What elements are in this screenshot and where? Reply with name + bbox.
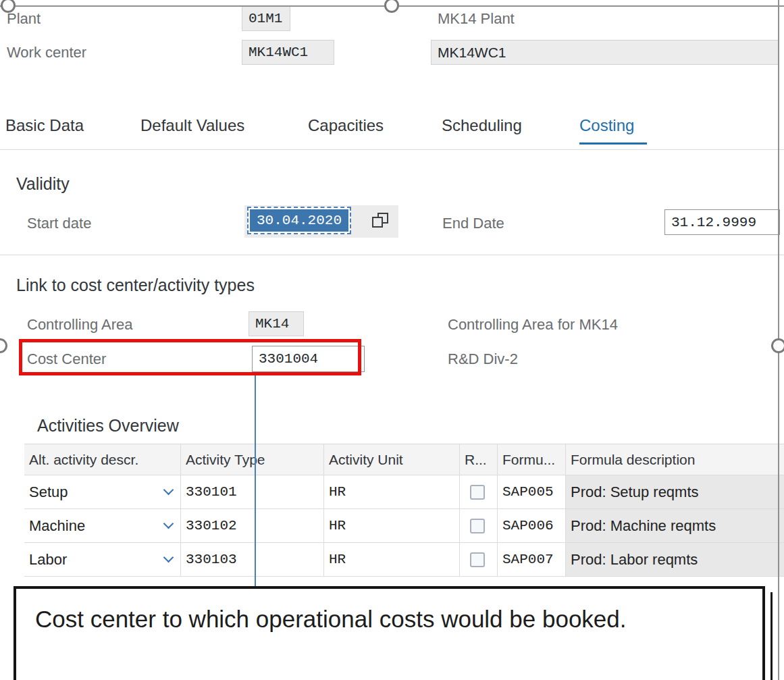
reference-cell [460,543,498,577]
start-date-label: Start date [27,215,91,232]
reference-checkbox[interactable] [470,552,485,567]
activity-descr-value: Machine [29,517,85,535]
work-center-label: Work center [7,44,86,61]
work-center-field[interactable]: MK14WC1 [242,40,334,65]
selection-handle-top-center[interactable] [384,0,399,13]
annotation-highlight-red-box [19,339,361,375]
copy-icon-front-square [372,217,383,228]
activity-type-cell[interactable]: 330101 [181,475,324,509]
link-section-title: Link to cost center/activity types [16,276,255,295]
active-tab-underline [579,142,647,145]
reference-checkbox[interactable] [470,519,485,533]
col-header-formula[interactable]: Formu... [498,444,566,475]
formula-description-cell: Prod: Labor reqmts [566,543,784,577]
tab-capacities[interactable]: Capacities [308,116,384,135]
activity-unit-cell[interactable]: HR [324,509,460,543]
activities-table: Alt. activity descr. Activity Type Activ… [24,444,784,577]
controlling-area-label: Controlling Area [27,316,133,334]
activity-descr-select[interactable]: Labor [24,543,181,577]
table-row: Setup 330101 HR SAP005 Prod: Setup reqmt… [24,475,784,509]
cost-center-description: R&D Div-2 [448,350,518,368]
section-divider [0,255,784,255]
reference-checkbox[interactable] [470,485,485,500]
plant-label: Plant [7,10,41,28]
activity-descr-select[interactable]: Machine [24,509,181,543]
annotation-callout-text: Cost center to which operational costs w… [35,602,663,636]
tab-costing[interactable]: Costing [579,116,634,135]
tab-basic-data[interactable]: Basic Data [5,116,84,135]
chevron-down-icon [163,552,174,563]
chevron-down-icon [163,485,174,496]
selection-handle-left-middle[interactable] [0,338,7,353]
tab-scheduling[interactable]: Scheduling [442,116,522,135]
tab-default-values[interactable]: Default Values [140,116,244,135]
activity-descr-select[interactable]: Setup [24,475,181,509]
col-header-activity-type[interactable]: Activity Type [181,444,324,475]
controlling-area-description: Controlling Area for MK14 [448,316,618,334]
end-date-label: End Date [442,215,504,232]
tabs-divider [0,149,784,150]
table-row: Machine 330102 HR SAP006 Prod: Machine r… [24,509,784,543]
plant-description: MK14 Plant [438,10,515,28]
reference-cell [460,475,498,509]
col-header-formula-description[interactable]: Formula description [566,444,784,475]
start-date-focus-outline: 30.04.2020 [247,207,351,234]
activity-descr-value: Labor [29,551,67,569]
work-center-costing-screen: Plant 01M1 MK14 Plant Work center MK14WC… [0,0,784,680]
activity-type-cell[interactable]: 330103 [181,543,324,577]
reference-cell [460,509,498,543]
formula-cell[interactable]: SAP007 [498,543,566,577]
annotation-connector-line [255,371,256,589]
activity-type-cell[interactable]: 330102 [181,509,324,543]
end-date-input[interactable]: 31.12.9999 [664,209,780,235]
controlling-area-field[interactable]: MK14 [249,311,304,336]
activity-descr-value: Setup [29,483,68,501]
work-center-description-field: MK14WC1 [431,40,779,65]
formula-cell[interactable]: SAP006 [498,509,566,543]
activities-title: Activities Overview [37,416,179,436]
validity-section-title: Validity [16,174,70,194]
formula-description-cell: Prod: Setup reqmts [566,475,784,509]
col-header-reference[interactable]: R... [460,444,498,475]
chevron-down-icon [163,519,174,529]
start-date-input[interactable]: 30.04.2020 [250,209,348,232]
annotation-callout-right-edge [770,592,773,680]
formula-cell[interactable]: SAP005 [498,475,566,509]
col-header-alt-activity-descr[interactable]: Alt. activity descr. [24,444,181,475]
copy-icon[interactable] [372,213,391,232]
table-row: Labor 330103 HR SAP007 Prod: Labor reqmt… [24,543,784,577]
activity-unit-cell[interactable]: HR [324,543,460,577]
selection-handle-right-middle[interactable] [771,338,784,353]
col-header-activity-unit[interactable]: Activity Unit [324,444,460,475]
formula-description-cell: Prod: Machine reqmts [566,509,784,543]
activity-unit-cell[interactable]: HR [324,475,460,509]
annotation-callout: Cost center to which operational costs w… [14,586,765,680]
plant-field[interactable]: 01M1 [242,6,290,31]
activities-table-header: Alt. activity descr. Activity Type Activ… [24,444,784,475]
